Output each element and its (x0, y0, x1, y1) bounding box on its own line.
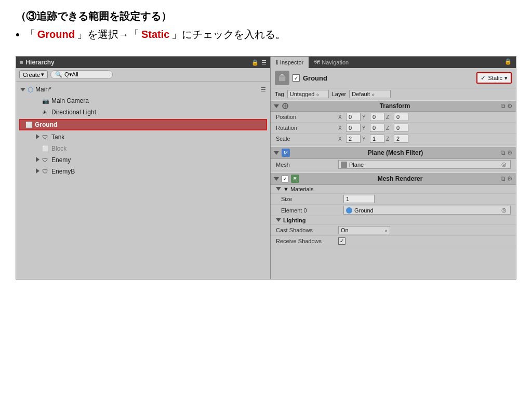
pos-x-label: X (338, 114, 344, 120)
camera-icon: 📷 (42, 98, 49, 104)
enemyb-label: EnemyB (51, 168, 75, 175)
position-label: Position (276, 114, 338, 120)
mesh-filter-header[interactable]: M Plane (Mesh Filter) ⧉ ⚙ (271, 147, 516, 159)
main-options-icon[interactable]: ☰ (261, 86, 266, 93)
pos-y-value[interactable]: 0 (370, 113, 384, 121)
cast-shadows-label: Cast Shadows (276, 227, 338, 233)
hierarchy-tank[interactable]: 🛡 Tank (16, 131, 270, 143)
inspector-panel: ℹ Inspector 🗺 Navigation 🔒 ✓ Ground ✓ St… (271, 57, 516, 279)
receive-shadows-check-icon: ✓ (340, 238, 344, 244)
hierarchy-title: Hierarchy (25, 59, 54, 66)
lighting-arrow-icon (276, 218, 281, 223)
hierarchy-content: ⬡ Main* ☰ 📷 Main Camera ☀ Directional Li… (16, 82, 270, 279)
hierarchy-options-icon[interactable]: ☰ (261, 59, 267, 66)
object-header: ✓ Ground ✓ Static ▾ (271, 68, 516, 88)
directional-light-label: Directional Light (51, 109, 96, 116)
create-button[interactable]: Create ▾ (19, 70, 48, 79)
mesh-plane-icon (341, 162, 347, 168)
pos-z-value[interactable]: 0 (394, 113, 408, 121)
element0-value[interactable]: Ground ◎ (343, 206, 511, 215)
tag-dropdown[interactable]: Untagged ⬦ (287, 90, 329, 98)
scene-icon: ⬡ (28, 86, 33, 94)
scale-y-label: Y (362, 136, 368, 142)
pos-x-value[interactable]: 0 (346, 113, 361, 121)
hierarchy-ground-item[interactable]: ⬜ Ground (19, 119, 267, 130)
scale-values: X 2 Y 1 Z 2 (338, 135, 511, 143)
rot-x-value[interactable]: 0 (346, 124, 361, 132)
tag-dropdown-icon: ⬦ (316, 91, 320, 97)
inspector-lock-icon[interactable]: 🔒 (500, 57, 516, 68)
top-text-area: （③追跡できる範囲を設定する） 「Ground」を選択→「Static」にチェッ… (0, 0, 532, 47)
mesh-filter-actions: ⧉ ⚙ (501, 149, 513, 156)
static-label: Static (488, 75, 502, 81)
scale-x-value[interactable]: 2 (346, 135, 361, 143)
rot-y-value[interactable]: 0 (370, 124, 384, 132)
materials-header[interactable]: ▼ Materials (271, 185, 516, 194)
layer-dropdown-icon: ⬦ (371, 91, 375, 97)
ground-highlight: Ground (37, 29, 75, 41)
mesh-filter-arrow-icon (274, 150, 279, 156)
pos-z-label: Z (386, 114, 392, 120)
tab-navigation[interactable]: 🗺 Navigation (309, 57, 354, 68)
enemy-arrow-icon (35, 157, 40, 163)
mesh-filter-settings-icon[interactable]: ⚙ (507, 149, 513, 156)
static-dropdown-icon[interactable]: ▾ (504, 75, 508, 82)
instruction-line2: 「Ground」を選択→「Static」にチェックを入れる。 (16, 28, 516, 42)
unity-window: ≡ Hierarchy 🔒 ☰ Create ▾ 🔍 Q▾All ⬡ Main*… (16, 56, 516, 280)
size-value[interactable]: 1 (343, 195, 375, 203)
element0-select-icon[interactable]: ◎ (500, 207, 508, 214)
hierarchy-panel: ≡ Hierarchy 🔒 ☰ Create ▾ 🔍 Q▾All ⬡ Main*… (16, 57, 271, 279)
inspector-tab-label: Inspector (280, 59, 303, 65)
transform-component-header[interactable]: Transform ⧉ ⚙ (271, 100, 516, 112)
hierarchy-enemyb[interactable]: 🛡 EnemyB (16, 166, 270, 177)
cast-shadows-value: On (341, 227, 349, 233)
rot-z-value[interactable]: 0 (394, 124, 408, 132)
mesh-filter-copy-icon[interactable]: ⧉ (501, 149, 506, 156)
mesh-value[interactable]: Plane ◎ (338, 160, 511, 169)
hierarchy-main-item[interactable]: ⬡ Main* ☰ (16, 84, 270, 95)
mesh-renderer-actions: ⧉ ⚙ (501, 175, 513, 182)
transform-settings-icon[interactable]: ⚙ (507, 102, 513, 110)
mesh-renderer-settings-icon[interactable]: ⚙ (507, 175, 513, 182)
mesh-renderer-arrow-icon (274, 176, 279, 182)
mesh-renderer-copy-icon[interactable]: ⧉ (501, 175, 506, 182)
hierarchy-menu-icon: ≡ (20, 59, 23, 65)
tank-label: Tank (51, 134, 64, 141)
tab-inspector[interactable]: ℹ Inspector (271, 57, 309, 68)
mesh-plane-text: Plane (349, 162, 364, 168)
cast-shadows-dropdown[interactable]: On ⬦ (338, 226, 390, 234)
transform-copy-icon[interactable]: ⧉ (501, 102, 506, 110)
element0-label: Element 0 (281, 207, 343, 214)
inspector-tab-icon: ℹ (276, 59, 278, 66)
line2-mid: 」を選択→「 (77, 28, 139, 42)
navigation-tab-label: Navigation (322, 59, 349, 65)
layer-dropdown[interactable]: Default ⬦ (349, 90, 391, 98)
hierarchy-lock-icon[interactable]: 🔒 (251, 59, 259, 66)
size-row: Size 1 (271, 194, 516, 205)
hierarchy-directional-light[interactable]: ☀ Directional Light (16, 107, 270, 118)
rotation-row: Rotation X 0 Y 0 Z 0 (271, 123, 516, 134)
dirlight-icon: ☀ (42, 109, 49, 116)
hierarchy-main-camera[interactable]: 📷 Main Camera (16, 95, 270, 107)
mesh-renderer-checkbox[interactable]: ✓ (282, 176, 288, 182)
scale-z-value[interactable]: 2 (394, 135, 408, 143)
tank-icon: 🛡 (42, 134, 49, 140)
hierarchy-block[interactable]: ⬜ Block (16, 143, 270, 154)
hierarchy-search[interactable]: 🔍 Q▾All (50, 70, 113, 79)
rot-y-label: Y (362, 125, 368, 131)
mesh-renderer-title: Mesh Renderer (302, 175, 498, 182)
block-label: Block (51, 145, 66, 152)
rotation-values: X 0 Y 0 Z 0 (338, 124, 511, 132)
hierarchy-enemy[interactable]: 🛡 Enemy (16, 154, 270, 166)
tag-layer-row: Tag Untagged ⬦ Layer Default ⬦ (271, 88, 516, 100)
scale-y-value[interactable]: 1 (370, 135, 384, 143)
mesh-renderer-header[interactable]: ✓ R Mesh Renderer ⧉ ⚙ (271, 172, 516, 185)
mesh-select-icon[interactable]: ◎ (500, 161, 508, 168)
static-badge[interactable]: ✓ Static ▾ (476, 72, 512, 84)
inspector-tabs: ℹ Inspector 🗺 Navigation 🔒 (271, 57, 516, 68)
ground-material-icon (346, 207, 352, 214)
lighting-header[interactable]: Lighting (271, 216, 516, 225)
object-checkbox[interactable]: ✓ (292, 74, 300, 82)
receive-shadows-checkbox[interactable]: ✓ (338, 237, 345, 245)
main-arrow-icon (20, 86, 25, 93)
